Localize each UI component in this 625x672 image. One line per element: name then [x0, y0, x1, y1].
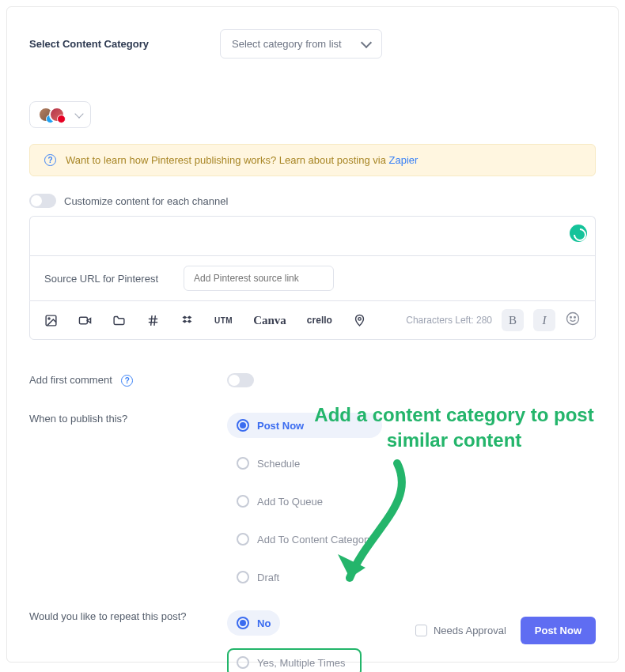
publish-option-schedule[interactable]: Schedule — [227, 451, 382, 476]
account-avatars — [38, 107, 65, 123]
svg-line-6 — [154, 315, 155, 326]
pinterest-badge-icon — [57, 115, 66, 123]
accounts-selector[interactable] — [29, 101, 91, 128]
image-icon[interactable] — [44, 314, 58, 327]
post-now-button[interactable]: Post Now — [521, 617, 596, 644]
repeat-option-no[interactable]: No — [227, 610, 280, 636]
italic-button[interactable]: I — [533, 309, 555, 331]
radio-icon — [237, 656, 249, 669]
category-row: Select Content Category Select category … — [29, 29, 596, 59]
svg-point-8 — [567, 312, 579, 324]
repeat-label: Would you like to repeat this post? — [29, 610, 187, 622]
first-comment-label: Add first comment — [29, 374, 112, 386]
svg-line-5 — [151, 315, 152, 326]
avatar — [49, 107, 65, 123]
zapier-link[interactable]: Zapier — [389, 154, 419, 166]
category-label: Select Content Category — [29, 38, 149, 50]
utm-button[interactable]: UTM — [214, 316, 233, 325]
source-label: Source URL for Pinterest — [44, 273, 158, 285]
customize-toggle[interactable] — [29, 194, 56, 208]
publish-option-draft[interactable]: Draft — [227, 564, 382, 590]
emoji-button[interactable] — [565, 311, 581, 330]
radio-icon — [237, 533, 249, 546]
publish-when-label: When to publish this? — [29, 413, 127, 425]
crello-button[interactable]: crello — [307, 315, 332, 326]
repeat-option-yes[interactable]: Yes, Multiple Times — [227, 648, 362, 672]
content-editor[interactable] — [29, 216, 596, 255]
annotation-callout: Add a content category to post similar c… — [308, 402, 600, 454]
publish-option-content-category[interactable]: Add To Content Category — [227, 527, 382, 552]
category-select-placeholder: Select category from list — [232, 38, 342, 50]
pinterest-source-row: Source URL for Pinterest — [29, 255, 596, 300]
svg-point-7 — [358, 317, 362, 320]
composer-card: Select Content Category Select category … — [6, 6, 619, 663]
hashtag-icon[interactable] — [146, 314, 160, 327]
pinterest-source-input[interactable] — [184, 266, 334, 291]
location-icon[interactable] — [353, 314, 366, 327]
char-counter: Characters Left: 280 — [406, 315, 492, 326]
footer-actions: Needs Approval Post Now — [415, 617, 596, 644]
radio-icon — [237, 419, 249, 432]
customize-toggle-row: Customize content for each channel — [29, 194, 596, 208]
editor-toolbar: UTM Canva crello Characters Left: 280 B … — [29, 300, 596, 340]
chevron-down-icon — [74, 109, 83, 118]
svg-point-10 — [574, 316, 576, 318]
dropbox-icon[interactable] — [180, 314, 194, 327]
svg-point-9 — [570, 316, 572, 318]
radio-icon — [237, 571, 249, 583]
publish-option-queue[interactable]: Add To Queue — [227, 489, 382, 514]
help-icon: ? — [44, 154, 56, 166]
info-banner-text: Want to learn how Pinterest publishing w… — [66, 154, 418, 166]
chevron-down-icon — [361, 36, 372, 47]
checkbox-icon — [415, 625, 427, 636]
bold-button[interactable]: B — [502, 309, 524, 331]
first-comment-row: Add first comment ? — [29, 373, 596, 387]
needs-approval-checkbox[interactable]: Needs Approval — [415, 625, 506, 636]
folder-icon[interactable] — [112, 314, 126, 327]
radio-icon — [237, 495, 249, 508]
video-icon[interactable] — [78, 314, 92, 327]
radio-icon — [237, 617, 249, 629]
grammarly-icon[interactable] — [570, 225, 587, 242]
first-comment-toggle[interactable] — [227, 373, 254, 387]
pinterest-info-banner: ? Want to learn how Pinterest publishing… — [29, 144, 596, 176]
svg-rect-2 — [79, 317, 87, 324]
canva-button[interactable]: Canva — [253, 314, 286, 327]
radio-icon — [237, 457, 249, 470]
help-icon[interactable]: ? — [121, 375, 133, 387]
svg-point-1 — [48, 317, 50, 319]
category-select[interactable]: Select category from list — [220, 29, 382, 59]
customize-toggle-label: Customize content for each channel — [64, 195, 228, 207]
